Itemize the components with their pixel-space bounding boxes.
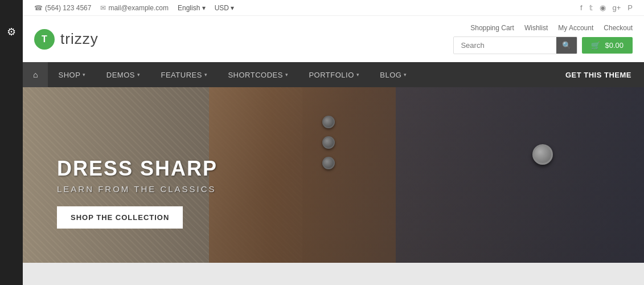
jacket-button-1 xyxy=(322,116,335,128)
hero-title: DRESS SHARP xyxy=(57,157,218,181)
blog-chevron-icon: ▾ xyxy=(404,72,407,78)
nav-shop-label: SHOP xyxy=(58,71,80,79)
social-pinterest[interactable]: P xyxy=(627,3,633,12)
nav-shortcodes[interactable]: SHORTCODES ▾ xyxy=(218,63,298,87)
shopping-cart-link[interactable]: Shopping Cart xyxy=(470,24,514,32)
nav-home-button[interactable]: ⌂ xyxy=(23,62,48,87)
logo-area[interactable]: T trizzy xyxy=(34,29,99,50)
logo-text: trizzy xyxy=(60,30,99,48)
jacket-button-large xyxy=(532,144,553,165)
top-bar: ☎ (564) 123 4567 ✉ mail@example.com Engl… xyxy=(23,0,644,16)
hero-content: DRESS SHARP LEARN FROM THE CLASSICS SHOP… xyxy=(57,157,218,229)
social-google[interactable]: ◉ xyxy=(600,3,606,12)
phone-icon: ☎ xyxy=(34,4,43,12)
cart-button[interactable]: 🛒 $0.00 xyxy=(582,37,633,54)
main-content: ☎ (564) 123 4567 ✉ mail@example.com Engl… xyxy=(23,0,644,263)
search-input[interactable] xyxy=(454,37,556,54)
cart-icon: 🛒 xyxy=(591,41,600,50)
portfolio-chevron-icon: ▾ xyxy=(356,72,360,78)
search-icon: 🔍 xyxy=(562,41,571,50)
social-facebook[interactable]: f xyxy=(580,3,583,12)
email-icon: ✉ xyxy=(100,4,106,12)
nav-shortcodes-label: SHORTCODES xyxy=(228,71,283,79)
nav-demos-label: DEMOS xyxy=(106,71,135,79)
email-address: mail@example.com xyxy=(108,4,169,12)
jacket-buttons-left xyxy=(322,116,335,169)
social-twitter[interactable]: 𝕥 xyxy=(589,3,593,12)
header-nav-links: Shopping Cart Wishlist My Account Checko… xyxy=(470,24,633,32)
nav-get-theme[interactable]: GET THIS THEME xyxy=(553,63,644,87)
nav-features-label: FEATURES xyxy=(161,71,202,79)
search-box: 🔍 xyxy=(453,36,577,54)
hero-section: DRESS SHARP LEARN FROM THE CLASSICS SHOP… xyxy=(23,87,644,263)
jacket-button-large-wrap xyxy=(532,144,553,165)
cart-price: $0.00 xyxy=(605,41,624,50)
nav-blog-label: BLOG xyxy=(380,71,401,79)
nav-features[interactable]: FEATURES ▾ xyxy=(150,63,218,87)
my-account-link[interactable]: My Account xyxy=(558,24,593,32)
shop-chevron-icon: ▾ xyxy=(83,72,86,78)
nav-blog[interactable]: BLOG ▾ xyxy=(370,63,417,87)
nav-portfolio[interactable]: PORTFOLIO ▾ xyxy=(298,63,370,87)
nav-demos[interactable]: DEMOS ▾ xyxy=(96,63,151,87)
search-button[interactable]: 🔍 xyxy=(556,37,577,54)
top-bar-right: f 𝕥 ◉ g+ P xyxy=(580,3,633,12)
demos-chevron-icon: ▾ xyxy=(137,72,141,78)
hero-subtitle: LEARN FROM THE CLASSICS xyxy=(57,184,218,194)
settings-sidebar: ⚙ xyxy=(0,0,23,263)
header-right: Shopping Cart Wishlist My Account Checko… xyxy=(453,24,633,54)
phone-number: (564) 123 4567 xyxy=(45,4,91,12)
nav-portfolio-label: PORTFOLIO xyxy=(309,71,354,79)
email-info: ✉ mail@example.com xyxy=(100,4,169,12)
site-header: T trizzy Shopping Cart Wishlist My Accou… xyxy=(23,16,644,62)
checkout-link[interactable]: Checkout xyxy=(604,24,633,32)
hero-cta-button[interactable]: SHOP THE COLLECTION xyxy=(57,206,183,229)
shortcodes-chevron-icon: ▾ xyxy=(285,72,289,78)
settings-gear-icon[interactable]: ⚙ xyxy=(7,26,16,38)
wishlist-link[interactable]: Wishlist xyxy=(524,24,548,32)
phone-info: ☎ (564) 123 4567 xyxy=(34,4,91,12)
nav-shop[interactable]: SHOP ▾ xyxy=(48,63,96,87)
top-bar-left: ☎ (564) 123 4567 ✉ mail@example.com Engl… xyxy=(34,4,234,12)
language-selector[interactable]: English ▾ xyxy=(178,4,206,12)
search-cart-row: 🔍 🛒 $0.00 xyxy=(453,36,633,54)
jacket-button-2 xyxy=(322,136,335,149)
social-gplus[interactable]: g+ xyxy=(613,3,621,12)
currency-selector[interactable]: USD ▾ xyxy=(215,4,235,12)
home-icon: ⌂ xyxy=(33,70,38,79)
jacket-button-3 xyxy=(322,157,335,169)
logo-icon: T xyxy=(34,29,55,50)
features-chevron-icon: ▾ xyxy=(204,72,208,78)
nav-bar: ⌂ SHOP ▾ DEMOS ▾ FEATURES ▾ SHORTCODES ▾… xyxy=(23,62,644,87)
